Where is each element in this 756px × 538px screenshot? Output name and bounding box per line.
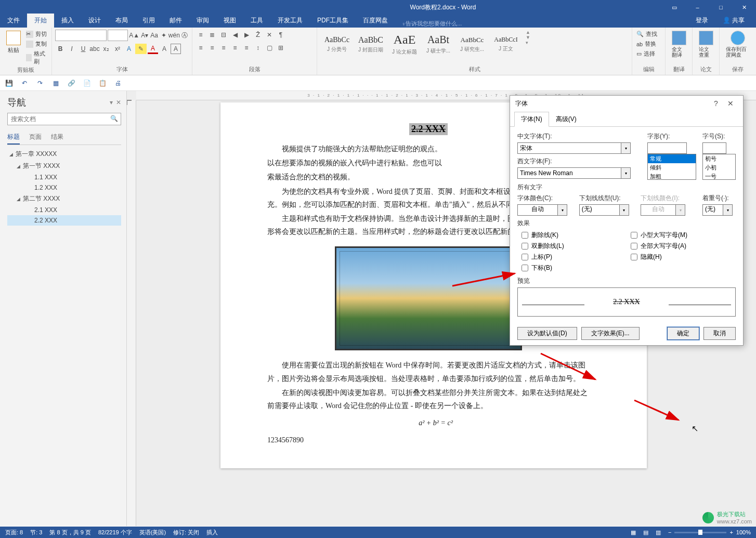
- style-item-2[interactable]: AaEJ 论文标题: [388, 30, 421, 59]
- minimize-button[interactable]: –: [686, 0, 709, 15]
- font-color-dd[interactable]: ▾: [558, 204, 567, 216]
- select-button[interactable]: ▭ 选择: [635, 49, 658, 58]
- doc-p1c-sel[interactable]: 索最适合您的文档的视频。: [267, 173, 355, 181]
- tab-home[interactable]: 开始: [27, 14, 54, 28]
- style-item-italic[interactable]: 倾斜: [648, 163, 696, 172]
- highlight-button[interactable]: ✎: [135, 44, 147, 54]
- size-listbox[interactable]: 初号 小初 一号: [702, 154, 736, 180]
- dialog-close-button[interactable]: ✕: [723, 99, 738, 108]
- size-input[interactable]: [702, 142, 726, 154]
- indent-inc-button[interactable]: ▶: [241, 30, 252, 40]
- nav-dropdown[interactable]: ▾: [110, 99, 113, 106]
- underline-button[interactable]: U: [78, 44, 88, 54]
- nav-item-5[interactable]: 2.1 XXX: [7, 205, 121, 215]
- shading-button[interactable]: ▢: [264, 43, 275, 53]
- dialog-help-button[interactable]: ?: [709, 99, 723, 108]
- view-print-button[interactable]: ▤: [643, 529, 648, 536]
- status-track[interactable]: 修订: 关闭: [173, 529, 199, 536]
- tab-review[interactable]: 审阅: [189, 14, 216, 28]
- indent-dec-button[interactable]: ◀: [230, 30, 240, 40]
- style-listbox[interactable]: 常规 倾斜 加粗: [647, 154, 696, 180]
- nav-item-1[interactable]: ◢第一节 XXXX: [7, 160, 121, 172]
- chk-dblstrike[interactable]: 双删除线(L): [517, 241, 627, 252]
- font-name-combo[interactable]: [55, 30, 107, 41]
- redo-button[interactable]: ↷: [35, 78, 45, 88]
- undo-button[interactable]: ↶: [20, 78, 29, 88]
- nav-item-2[interactable]: 1.1 XXX: [7, 172, 121, 182]
- search-input[interactable]: [7, 113, 121, 125]
- font-color-button[interactable]: A: [148, 44, 158, 54]
- char-border-button[interactable]: A: [171, 44, 181, 54]
- change-case-button[interactable]: Aa: [150, 30, 158, 41]
- style-scroll-up[interactable]: ▲: [526, 30, 530, 35]
- doc-image[interactable]: [335, 246, 522, 350]
- phonetic-button[interactable]: wén: [169, 30, 179, 41]
- style-item-bold[interactable]: 加粗: [648, 172, 696, 180]
- west-font-combo[interactable]: [517, 167, 621, 179]
- sort-button[interactable]: Ẑ: [253, 30, 263, 40]
- tab-pdf[interactable]: PDF工具集: [310, 14, 356, 28]
- search-icon[interactable]: 🔍: [110, 115, 118, 122]
- style-item-regular[interactable]: 常规: [648, 154, 696, 163]
- zoom-slider[interactable]: [674, 532, 726, 533]
- underline-combo[interactable]: (无): [579, 204, 620, 216]
- dialog-tab-advanced[interactable]: 高级(V): [549, 112, 583, 127]
- tab-file[interactable]: 文件: [0, 14, 27, 28]
- size-item-0[interactable]: 初号: [703, 154, 735, 163]
- dialog-tab-font[interactable]: 字体(N): [514, 112, 549, 127]
- chk-subscript[interactable]: 下标(B): [517, 263, 627, 273]
- asian-layout-button[interactable]: ✕: [264, 30, 275, 40]
- emphasis-dd[interactable]: ▾: [723, 204, 733, 216]
- text-effects-dlg-button[interactable]: 文字效果(E)...: [581, 327, 640, 340]
- zoom-in-button[interactable]: +: [729, 529, 733, 535]
- doc-p5[interactable]: 在新的阅读视图中阅读更加容易。可以折叠文档某些部分并关注所需文本。如果在达到结尾…: [267, 386, 590, 412]
- style-item-4[interactable]: AaBbCcJ 研究生...: [455, 30, 489, 59]
- qat-btn-8[interactable]: 🖨: [113, 78, 123, 88]
- ruler-vertical[interactable]: [127, 100, 136, 526]
- char-shading-button[interactable]: A: [159, 44, 170, 54]
- shrink-font-button[interactable]: A▾: [140, 30, 149, 41]
- nav-item-3[interactable]: 1.2 XXX: [7, 182, 121, 193]
- zoom-level[interactable]: 100%: [736, 529, 751, 535]
- enclose-button[interactable]: Ⓐ: [180, 30, 189, 41]
- size-item-2[interactable]: 一号: [703, 172, 735, 180]
- doc-p1-sel[interactable]: 视频提供了功能强大的方法帮助您证明您的观点。: [282, 145, 442, 153]
- superscript-button[interactable]: x²: [112, 44, 123, 54]
- status-section[interactable]: 节: 3: [30, 529, 42, 536]
- doc-p1b-sel[interactable]: 以在想要添加的视频的嵌入代码中进行粘贴。您也可以: [267, 159, 442, 167]
- line-spacing-button[interactable]: ↕: [253, 43, 263, 53]
- bullets-button[interactable]: ≡: [195, 30, 206, 40]
- style-input[interactable]: [647, 142, 687, 154]
- italic-button[interactable]: I: [67, 44, 77, 54]
- tab-design[interactable]: 设计: [81, 14, 108, 28]
- tab-references[interactable]: 引用: [135, 14, 162, 28]
- doc-heading[interactable]: 2.2 XXX: [409, 123, 448, 135]
- chk-superscript[interactable]: 上标(P): [517, 252, 627, 263]
- tab-layout[interactable]: 布局: [108, 14, 135, 28]
- size-item-1[interactable]: 小初: [703, 163, 735, 172]
- nav-tab-pages[interactable]: 页面: [29, 130, 42, 145]
- chk-strike[interactable]: 删除线(K): [517, 230, 627, 241]
- tab-mailings[interactable]: 邮件: [162, 14, 189, 28]
- font-color-combo[interactable]: 自动: [517, 204, 558, 216]
- chk-allcaps[interactable]: 全部大写字母(A): [627, 241, 736, 252]
- doc-nums[interactable]: 1234567890: [267, 434, 590, 447]
- show-marks-button[interactable]: ¶: [276, 30, 286, 40]
- paste-button[interactable]: 粘贴: [3, 30, 24, 55]
- strike-button[interactable]: abc: [89, 44, 100, 54]
- tell-me-input[interactable]: ♀ 告诉我您想要做什么...: [401, 20, 462, 28]
- nav-tab-results[interactable]: 结果: [51, 130, 63, 145]
- style-item-1[interactable]: AaBbCJ 封面日期: [354, 30, 387, 59]
- tab-baidu[interactable]: 百度网盘: [356, 14, 395, 28]
- style-item-5[interactable]: AaBbCcIJ 正文: [489, 30, 523, 59]
- grow-font-button[interactable]: A▲: [129, 30, 139, 41]
- status-words[interactable]: 82/2219 个字: [98, 529, 132, 536]
- tab-tools[interactable]: 工具: [243, 14, 270, 28]
- qat-btn-6[interactable]: 📄: [82, 78, 92, 88]
- share-button[interactable]: 👤 共享: [715, 14, 752, 28]
- zoom-out-button[interactable]: −: [668, 529, 671, 535]
- thesis-check-button[interactable]: 论文查重: [696, 30, 716, 59]
- align-right-button[interactable]: ≡: [218, 43, 229, 53]
- west-font-dd[interactable]: ▾: [621, 167, 631, 179]
- font-size-combo[interactable]: [108, 30, 128, 41]
